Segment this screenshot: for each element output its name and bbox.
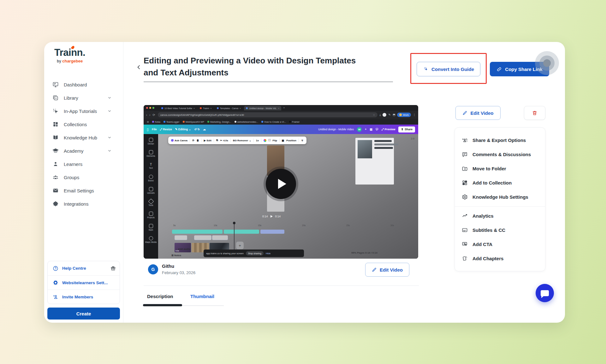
cursor-click-icon — [52, 108, 59, 114]
gear-icon — [53, 280, 58, 285]
sidebar-item-label: In-App Tutorials — [64, 109, 97, 114]
sidebar-item-dashboard[interactable]: Dashboard — [44, 78, 123, 91]
canva-share-button: ⬆ Share — [398, 126, 415, 132]
collections-icon — [52, 121, 59, 127]
menu-item-add-cta[interactable]: Add CTA — [455, 237, 545, 251]
person-icon — [52, 161, 59, 167]
video-time-controls: 0:140:14 — [262, 215, 281, 218]
canva-header: ▯ File ⤢ Resize ✎ Editing ⌄ ↺ ↻ ☁ Untitl… — [144, 125, 418, 134]
sidebar-item-label: Groups — [64, 175, 79, 180]
page-background: Trainn. by chargebee Dashboard Library I… — [0, 0, 606, 364]
hide-button: Hide — [266, 252, 270, 255]
timeline-segment — [172, 230, 223, 234]
logo-text: Trainn. — [54, 47, 85, 58]
canva-floating-toolbar: Ask Canva ⟳🗑 ▶ Edit ⧉✂ 4.0s BG Remover ⌄… — [168, 137, 306, 144]
sidebar-nav: Dashboard Library In-App Tutorials Colle… — [44, 78, 123, 210]
browser-tab-bar: 10 Best Video Tutorial Softw...× Trainn×… — [144, 105, 418, 111]
chevron-left-icon — [136, 63, 142, 71]
edit-video-button[interactable]: Edit Video — [365, 263, 409, 277]
workspace-settings-label: Websitelearners Sett... — [62, 280, 108, 285]
sidebar-item-label: Knowledge Hub — [64, 135, 97, 140]
video-player[interactable]: 10 Best Video Tutorial Softw...× Trainn×… — [144, 105, 418, 259]
copy-share-label: Copy Share Link — [505, 67, 542, 72]
canva-tool-rail: Design Elements TText Brand Uploads Tool… — [144, 134, 158, 259]
question-circle-icon — [53, 266, 58, 271]
menu-item-move-to-folder[interactable]: Move to Folder — [455, 161, 545, 176]
video-options-menu: Share & Export Options Comments & Discus… — [454, 127, 545, 271]
bookmark-star-icon: ☆ — [373, 114, 375, 116]
trash-icon — [532, 110, 538, 116]
trainn-logo: Trainn. by chargebee — [54, 47, 85, 63]
chevron-down-icon — [107, 149, 112, 153]
sidebar-item-collections[interactable]: Collections — [44, 118, 123, 131]
convert-into-guide-button[interactable]: Convert Into Guide — [417, 62, 480, 76]
timeline-ruler: 5s 10s 15s 20s 25s 30s — [158, 224, 418, 227]
title-line-1: Editing and Previewing a Video with Desi… — [144, 55, 393, 67]
extensions-icon: ⬒ — [393, 113, 395, 116]
dashboard-icon — [52, 81, 59, 88]
kebab-menu-icon: ⋮ — [413, 113, 416, 116]
subtitles-icon — [462, 227, 468, 233]
author-avatar: G — [148, 264, 158, 274]
logo-byline: by chargebee — [54, 59, 85, 63]
menu-item-subtitles[interactable]: Subtitles & CC — [455, 223, 545, 237]
gift-icon[interactable] — [110, 266, 116, 271]
menu-divider — [455, 206, 545, 207]
sidebar-item-label: Dashboard — [64, 82, 87, 87]
workspace-settings-item[interactable]: Websitelearners Sett... — [48, 275, 120, 290]
canva-zoom-badge: 2.0 — [411, 137, 414, 140]
people-icon — [52, 174, 59, 180]
url-pill: canva.com/design/DAHAPXigKla/gBXoGetdQGu… — [158, 112, 378, 117]
title-line-2: and Text Adjustments — [144, 67, 393, 79]
library-icon — [52, 95, 59, 101]
browser-url-bar: ‹ › ⟳ canva.com/design/DAHAPXigKla/gBXoG… — [144, 111, 418, 119]
chat-widget-button[interactable] — [536, 284, 554, 302]
traffic-light-red — [146, 107, 148, 109]
traffic-light-green — [152, 107, 154, 109]
play-button[interactable] — [266, 169, 296, 199]
copy-share-link-button[interactable]: Copy Share Link — [490, 62, 549, 76]
sidebar-item-groups[interactable]: Groups — [44, 171, 123, 184]
stop-sharing-button: Stop sharing — [246, 251, 264, 255]
menu-item-add-chapters[interactable]: Add Chapters — [455, 251, 545, 266]
browser-tab: Trainn× — [198, 106, 214, 110]
edit-video-button-top[interactable]: Edit Video — [455, 106, 501, 120]
canva-status-bar: 55% Pages 0:14 / 0:14 — [351, 251, 377, 254]
menu-item-share-export[interactable]: Share & Export Options — [455, 133, 545, 147]
sidebar-item-library[interactable]: Library — [44, 91, 123, 104]
pencil-icon — [372, 267, 377, 272]
menu-item-add-to-collection[interactable]: Add to Collection — [455, 176, 545, 190]
chevron-down-icon — [107, 109, 112, 113]
delete-video-button[interactable] — [524, 106, 545, 120]
edit-profile-icon: ✎ — [388, 113, 391, 116]
sidebar-item-academy[interactable]: Academy — [44, 144, 123, 157]
tab-description[interactable]: Description — [147, 294, 173, 299]
menu-item-knowledge-hub-settings[interactable]: Knowledge Hub Settings — [455, 190, 545, 204]
help-centre-label: Help Centre — [62, 266, 86, 271]
menu-item-comments[interactable]: Comments & Discussions — [455, 147, 545, 161]
url-text: canva.com/design/DAHAPXigKla/gBXoGetdQGu… — [160, 114, 373, 116]
menu-item-analytics[interactable]: Analytics — [455, 209, 545, 223]
sidebar-item-label: Collections — [64, 122, 87, 127]
invite-members-item[interactable]: Invite Members — [48, 290, 120, 304]
screen-share-notification: app.trainn.co is sharing your screen Sto… — [204, 250, 304, 257]
create-button[interactable]: Create — [47, 308, 120, 320]
sidebar-item-learners[interactable]: Learners — [44, 157, 123, 171]
tap-convert-icon — [423, 67, 428, 72]
sidebar-item-in-app-tutorials[interactable]: In-App Tutorials — [44, 104, 123, 118]
tab-thumbnail[interactable]: Thumbnail — [190, 294, 214, 299]
sidebar-item-email-settings[interactable]: Email Settings — [44, 184, 123, 197]
canva-avatar: W — [357, 127, 362, 132]
app-card: Trainn. by chargebee Dashboard Library I… — [44, 42, 565, 323]
back-button[interactable] — [136, 63, 142, 71]
gear-icon — [462, 194, 468, 200]
notes-label: ⊞ Notes — [171, 254, 181, 257]
sidebar-item-label: Academy — [64, 148, 84, 154]
pencil-icon — [462, 110, 467, 115]
help-centre-item[interactable]: Help Centre — [48, 261, 120, 275]
timeline-segment — [260, 230, 284, 234]
sidebar-item-integrations[interactable]: Integrations — [44, 197, 123, 210]
share-export-icon — [462, 137, 468, 143]
sidebar-item-knowledge-hub[interactable]: Knowledge Hub — [44, 131, 123, 144]
timeline-segment — [224, 230, 259, 234]
